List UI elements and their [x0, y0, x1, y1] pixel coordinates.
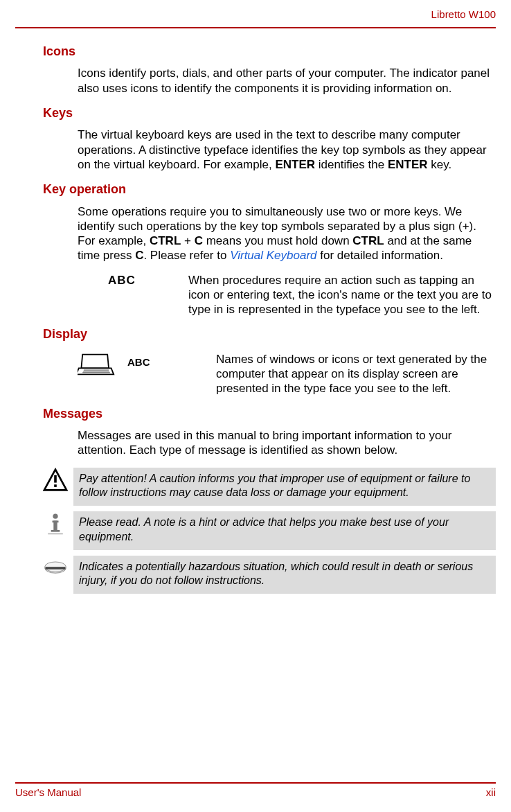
content-area: Icons Icons identify ports, dials, and o…: [15, 28, 496, 594]
header-product-label: Libretto W100: [15, 7, 496, 27]
svg-rect-10: [48, 533, 63, 535]
keys-text-mid: identifies the: [315, 158, 388, 171]
keyop-k2: C: [195, 234, 203, 247]
heading-keyop: Key operation: [43, 182, 496, 197]
keyop-k4: C: [135, 249, 143, 262]
keyop-k1: CTRL: [150, 234, 181, 247]
footer-area: User's Manual xii: [15, 782, 496, 800]
page-container: Libretto W100 Icons Icons identify ports…: [0, 0, 511, 594]
svg-rect-13: [46, 567, 66, 570]
svg-rect-9: [51, 530, 60, 532]
display-sample-desc: Names of windows or icons or text genera…: [216, 352, 496, 396]
display-sample-label: ABC: [127, 352, 150, 369]
display-row: ABC Names of windows or icons or text ge…: [78, 352, 496, 396]
svg-rect-8: [53, 521, 57, 531]
virtual-keyboard-link[interactable]: Virtual Keyboard: [230, 249, 316, 262]
svg-rect-4: [54, 475, 57, 482]
svg-rect-5: [54, 484, 57, 487]
hazard-text: Indicates a potentially hazardous situat…: [73, 556, 496, 594]
keys-key1: ENTER: [275, 158, 315, 171]
messages-intro: Messages are used in this manual to brin…: [78, 428, 496, 458]
keyop-plus: +: [181, 234, 194, 247]
heading-messages: Messages: [43, 406, 496, 422]
heading-display: Display: [43, 326, 496, 342]
icons-body: Icons identify ports, dials, and other p…: [78, 66, 496, 96]
keyop-sample-row: ABC When procedures require an action su…: [78, 273, 496, 317]
footer-left: User's Manual: [15, 786, 81, 800]
hazard-box: Indicates a potentially hazardous situat…: [43, 556, 496, 594]
display-label-area: ABC: [78, 352, 216, 377]
heading-icons: Icons: [43, 44, 496, 60]
info-icon: [43, 511, 68, 536]
heading-keys: Keys: [43, 105, 496, 121]
keyop-body: Some operations require you to simultane…: [78, 204, 496, 263]
note-box: Please read. A note is a hint or advice …: [43, 511, 496, 550]
keyop-sample-label: ABC: [108, 273, 136, 288]
keyop-text-mid: means you must hold down: [203, 234, 352, 247]
keys-body: The virtual keyboard keys are used in th…: [78, 127, 496, 172]
keys-text-post: key.: [428, 158, 452, 171]
svg-point-6: [53, 514, 57, 519]
hazard-icon: [43, 556, 68, 581]
keyop-text-end: for detailed information.: [317, 249, 443, 262]
caution-text: Pay attention! A caution informs you tha…: [73, 468, 496, 506]
footer-row: User's Manual xii: [15, 786, 496, 800]
laptop-icon: [78, 352, 115, 377]
note-text: Please read. A note is a hint or advice …: [73, 511, 496, 550]
caution-box: Pay attention! A caution informs you tha…: [43, 468, 496, 506]
keyop-sample-desc: When procedures require an action such a…: [188, 273, 496, 317]
footer-right: xii: [486, 786, 496, 800]
caution-icon: [43, 468, 68, 493]
keyop-k3: CTRL: [352, 234, 384, 247]
keys-key2: ENTER: [388, 158, 428, 171]
bottom-rule: [15, 782, 496, 784]
keyop-sample-label-area: ABC: [78, 273, 188, 288]
keyop-text-post: . Please refer to: [143, 249, 230, 262]
